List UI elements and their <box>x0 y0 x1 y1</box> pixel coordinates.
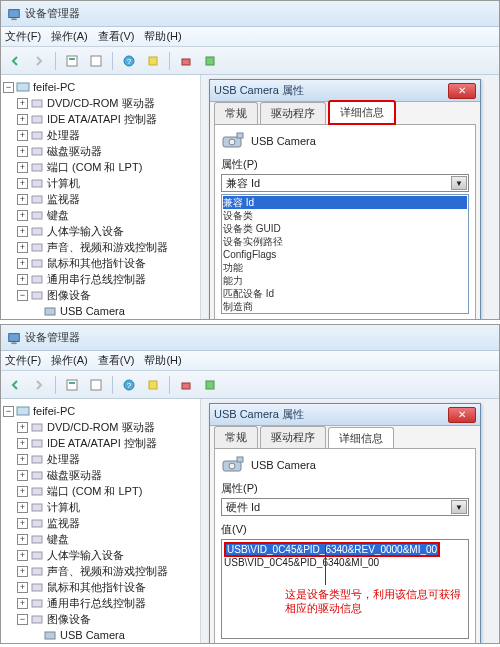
tree-item[interactable]: +IDE ATA/ATAPI 控制器 <box>3 435 198 451</box>
property-dropdown[interactable]: 兼容 Id设备类设备类 GUID设备实例路径ConfigFlags功能能力匹配设… <box>221 194 469 314</box>
tree-item[interactable]: +处理器 <box>3 127 198 143</box>
dropdown-option[interactable]: 设备类 GUID <box>223 222 467 235</box>
help-button[interactable]: ? <box>119 51 139 71</box>
dialog-body: USB Camera 属性(P) 兼容 Id ▼ 兼容 Id设备类设备类 GUI… <box>214 124 476 320</box>
property-combo[interactable]: 硬件 Id ▼ <box>221 498 469 516</box>
refresh-button[interactable] <box>86 375 106 395</box>
tree-item[interactable]: +监视器 <box>3 515 198 531</box>
dropdown-option[interactable]: 兼容 Id <box>223 196 467 209</box>
annotation-text: 这是设备类型号，利用该信息可获得相应的驱动信息 <box>285 587 465 615</box>
tree-item[interactable]: +磁盘驱动器 <box>3 467 198 483</box>
combo-value: 兼容 Id <box>226 176 260 191</box>
tree-item[interactable]: +鼠标和其他指针设备 <box>3 255 198 271</box>
back-button[interactable] <box>5 51 25 71</box>
tree-item[interactable]: +鼠标和其他指针设备 <box>3 579 198 595</box>
chevron-down-icon[interactable]: ▼ <box>451 176 467 190</box>
property-combo[interactable]: 兼容 Id ▼ <box>221 174 469 192</box>
tree-item[interactable]: +人体学输入设备 <box>3 547 198 563</box>
dropdown-option[interactable]: 功能 <box>223 261 467 274</box>
forward-button[interactable] <box>29 375 49 395</box>
tree-item[interactable]: +磁盘驱动器 <box>3 143 198 159</box>
props-button[interactable] <box>62 51 82 71</box>
tree-item[interactable]: +监视器 <box>3 191 198 207</box>
menu-file[interactable]: 文件(F) <box>5 29 41 44</box>
tree-item[interactable]: USB Camera <box>3 627 198 643</box>
help-button[interactable]: ? <box>119 375 139 395</box>
refresh-button[interactable] <box>86 51 106 71</box>
chevron-down-icon[interactable]: ▼ <box>451 500 467 514</box>
tree-item[interactable]: USB Camera <box>3 303 198 319</box>
tab-driver[interactable]: 驱动程序 <box>260 102 326 124</box>
uninstall-button[interactable] <box>176 375 196 395</box>
app-icon <box>7 7 21 21</box>
dropdown-option[interactable]: 能力 <box>223 274 467 287</box>
dialog-title: USB Camera 属性 <box>214 407 304 422</box>
menu-action[interactable]: 操作(A) <box>51 29 88 44</box>
properties-dialog: USB Camera 属性 ✕ 常规 驱动程序 详细信息 USB Camera … <box>209 403 481 644</box>
tab-details[interactable]: 详细信息 <box>328 427 394 449</box>
tree-item[interactable]: +IDE ATA/ATAPI 控制器 <box>3 111 198 127</box>
svg-rect-24 <box>45 308 55 315</box>
menu-view[interactable]: 查看(V) <box>98 29 135 44</box>
tree-item[interactable]: +计算机 <box>3 175 198 191</box>
close-button[interactable]: ✕ <box>448 407 476 423</box>
scan-button[interactable] <box>143 375 163 395</box>
device-tree[interactable]: −feifei-PC+DVD/CD-ROM 驱动器+IDE ATA/ATAPI … <box>1 399 201 644</box>
menu-help[interactable]: 帮助(H) <box>144 353 181 368</box>
update-button[interactable] <box>200 375 220 395</box>
svg-rect-35 <box>91 380 101 390</box>
tree-item[interactable]: +端口 (COM 和 LPT) <box>3 483 198 499</box>
dropdown-option[interactable]: ConfigFlags <box>223 248 467 261</box>
uninstall-button[interactable] <box>176 51 196 71</box>
close-button[interactable]: ✕ <box>448 83 476 99</box>
tree-item[interactable]: +声音、视频和游戏控制器 <box>3 239 198 255</box>
toolbar: ? <box>1 47 499 75</box>
dropdown-option[interactable]: 友好名称 <box>223 313 467 314</box>
scan-button[interactable] <box>143 51 163 71</box>
tree-item[interactable]: +通用串行总线控制器 <box>3 595 198 611</box>
menu-view[interactable]: 查看(V) <box>98 353 135 368</box>
tree-item[interactable]: +声音、视频和游戏控制器 <box>3 563 198 579</box>
dropdown-option[interactable]: 匹配设备 Id <box>223 287 467 300</box>
tree-item[interactable]: +人体学输入设备 <box>3 223 198 239</box>
properties-dialog: USB Camera 属性 ✕ 常规 驱动程序 详细信息 USB Camera … <box>209 79 481 320</box>
tree-item[interactable]: +键盘 <box>3 207 198 223</box>
window-titlebar: 设备管理器 <box>1 1 499 27</box>
combo-value: 硬件 Id <box>226 500 260 515</box>
dropdown-option[interactable]: 设备类 <box>223 209 467 222</box>
tree-item[interactable]: +DVD/CD-ROM 驱动器 <box>3 419 198 435</box>
tab-general[interactable]: 常规 <box>214 102 258 124</box>
forward-button[interactable] <box>29 51 49 71</box>
tree-item[interactable]: +网络适配器 <box>3 643 198 644</box>
property-label: 属性(P) <box>221 157 469 172</box>
menu-action[interactable]: 操作(A) <box>51 353 88 368</box>
value-row[interactable]: USB\VID_0C45&PID_6340&MI_00 <box>224 557 466 568</box>
tree-item[interactable]: +端口 (COM 和 LPT) <box>3 159 198 175</box>
tree-item[interactable]: +网络适配器 <box>3 319 198 320</box>
tree-item[interactable]: −图像设备 <box>3 611 198 627</box>
svg-rect-16 <box>32 180 42 187</box>
tree-item[interactable]: −图像设备 <box>3 287 198 303</box>
device-tree[interactable]: −feifei-PC+DVD/CD-ROM 驱动器+IDE ATA/ATAPI … <box>1 75 201 320</box>
update-button[interactable] <box>200 51 220 71</box>
svg-rect-20 <box>32 244 42 251</box>
tab-general[interactable]: 常规 <box>214 426 258 448</box>
tab-details[interactable]: 详细信息 <box>328 100 396 125</box>
value-row[interactable]: USB\VID_0C45&PID_6340&REV_0000&MI_00 <box>224 542 440 557</box>
dropdown-option[interactable]: 设备实例路径 <box>223 235 467 248</box>
tab-driver[interactable]: 驱动程序 <box>260 426 326 448</box>
tree-item[interactable]: +通用串行总线控制器 <box>3 271 198 287</box>
svg-point-60 <box>229 463 235 469</box>
screenshot-2: 设备管理器 文件(F) 操作(A) 查看(V) 帮助(H) ? −feifei-… <box>0 324 500 644</box>
menu-help[interactable]: 帮助(H) <box>144 29 181 44</box>
dialog-titlebar: USB Camera 属性 ✕ <box>210 404 480 426</box>
back-button[interactable] <box>5 375 25 395</box>
tree-item[interactable]: +计算机 <box>3 499 198 515</box>
svg-rect-51 <box>32 568 42 575</box>
tree-item[interactable]: +DVD/CD-ROM 驱动器 <box>3 95 198 111</box>
dropdown-option[interactable]: 制造商 <box>223 300 467 313</box>
props-button[interactable] <box>62 375 82 395</box>
tree-item[interactable]: +处理器 <box>3 451 198 467</box>
tree-item[interactable]: +键盘 <box>3 531 198 547</box>
menu-file[interactable]: 文件(F) <box>5 353 41 368</box>
